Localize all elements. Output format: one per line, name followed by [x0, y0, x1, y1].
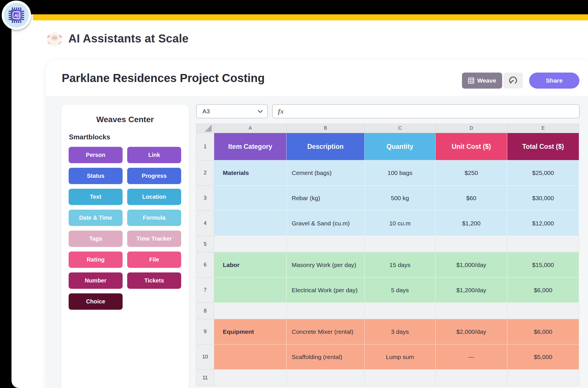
table-cell[interactable]: Masonry Work (per day) [287, 252, 365, 278]
table-cell[interactable]: 15 days [365, 252, 436, 278]
table-cell[interactable]: Equipment [214, 319, 287, 344]
table-cell[interactable] [507, 370, 579, 386]
smartblock-text[interactable]: Text [69, 189, 123, 205]
cell-name-box[interactable]: A3 [196, 104, 268, 118]
table-cell[interactable] [507, 303, 579, 319]
smartblock-formula[interactable]: Formula [127, 210, 181, 226]
table-cell[interactable]: $25,000 [507, 160, 579, 186]
table-cell[interactable] [507, 236, 579, 252]
column-header-a[interactable]: A [214, 123, 287, 133]
smartblock-date-time[interactable]: Date & Time [69, 210, 123, 226]
weaves-center-panel: Weaves Center Smartblocks PersonLinkStat… [61, 105, 189, 388]
table-header-cell[interactable]: Quantity [365, 133, 436, 160]
table-cell[interactable] [436, 303, 507, 319]
table-cell[interactable] [214, 236, 287, 252]
smartblock-file[interactable]: File [127, 251, 181, 268]
table-header-cell[interactable]: Total Cost ($) [507, 133, 579, 160]
table-cell[interactable]: $12,000 [507, 211, 579, 236]
row-number[interactable]: 5 [196, 236, 214, 252]
row-number[interactable]: 7 [196, 278, 214, 303]
ai-chip-icon: AI [8, 7, 25, 24]
row-number[interactable]: 2 [196, 160, 214, 186]
column-header-d[interactable]: D [436, 123, 507, 133]
chevron-down-icon [258, 110, 263, 113]
table-cell[interactable]: Gravel & Sand (cu.m) [287, 211, 365, 236]
smartblock-tags[interactable]: Tags [69, 231, 123, 247]
table-cell[interactable]: Rebar (kg) [287, 186, 365, 211]
smartblock-tickets[interactable]: Tickets [127, 272, 181, 289]
table-cell[interactable]: $6,000 [507, 278, 579, 303]
table-cell[interactable]: 500 kg [365, 186, 436, 211]
table-cell[interactable] [365, 303, 436, 319]
table-header-cell[interactable]: Item Category [214, 133, 287, 160]
row-number[interactable]: 6 [196, 252, 214, 278]
table-cell[interactable] [214, 186, 287, 211]
table-cell[interactable] [365, 236, 436, 252]
table-cell[interactable] [214, 303, 287, 319]
smartblock-status[interactable]: Status [69, 168, 123, 184]
row-number[interactable]: 11 [196, 370, 214, 386]
spreadsheet-grid: ABCDE1Item CategoryDescriptionQuantityUn… [196, 123, 579, 386]
row-number[interactable]: 9 [196, 319, 214, 344]
smartblock-choice[interactable]: Choice [69, 293, 123, 310]
table-cell[interactable]: Concrete Mixer (rental) [287, 319, 365, 344]
table-cell[interactable] [287, 370, 365, 386]
row-number[interactable]: 8 [196, 303, 214, 319]
row-number[interactable]: 3 [196, 186, 214, 211]
table-cell[interactable]: $1,200 [436, 211, 507, 236]
table-cell[interactable]: $1,200/day [436, 278, 507, 303]
row-number[interactable]: 1 [196, 133, 214, 160]
table-cell[interactable] [436, 370, 507, 386]
table-cell[interactable] [436, 236, 507, 252]
table-cell[interactable]: Materials [214, 160, 287, 186]
table-cell[interactable]: $15,000 [507, 252, 579, 278]
share-button[interactable]: Share [529, 73, 579, 89]
table-cell[interactable]: Labor [214, 252, 287, 278]
smartblock-link[interactable]: Link [127, 147, 181, 163]
table-cell[interactable]: --- [436, 344, 507, 370]
row-number[interactable]: 4 [196, 211, 214, 236]
table-cell[interactable] [214, 278, 287, 303]
formula-bar[interactable]: fx [272, 104, 580, 118]
svg-text:AI: AI [14, 13, 19, 18]
smartblock-number[interactable]: Number [69, 272, 123, 289]
table-cell[interactable]: $2,000/day [436, 319, 507, 344]
weaves-center-title: Weaves Center [61, 115, 189, 124]
table-cell[interactable] [287, 303, 365, 319]
table-cell[interactable] [214, 344, 287, 370]
column-header-c[interactable]: C [365, 123, 436, 133]
table-cell[interactable]: Scaffolding (rental) [287, 344, 365, 370]
table-cell[interactable]: $5,000 [507, 344, 579, 370]
table-cell[interactable]: Electrical Work (per day) [287, 278, 365, 303]
table-cell[interactable]: 5 days [365, 278, 436, 303]
table-cell[interactable]: 3 days [365, 319, 436, 344]
table-cell[interactable] [214, 211, 287, 236]
row-number[interactable]: 10 [196, 344, 214, 370]
table-header-cell[interactable]: Description [287, 133, 365, 160]
table-cell[interactable]: Lump sum [365, 344, 436, 370]
table-header-cell[interactable]: Unit Cost ($) [436, 133, 507, 160]
smartblock-progress[interactable]: Progress [127, 168, 181, 184]
smartblock-time-tracker[interactable]: Time Tracker [127, 231, 181, 247]
weave-button-label: Weave [477, 77, 496, 84]
table-cell[interactable] [365, 370, 436, 386]
table-cell[interactable]: Cement (bags) [287, 160, 365, 186]
table-cell[interactable]: $60 [436, 186, 507, 211]
table-cell[interactable]: 100 bags [365, 160, 436, 186]
table-cell[interactable] [287, 236, 365, 252]
smartblock-location[interactable]: Location [127, 189, 181, 205]
column-header-e[interactable]: E [507, 123, 579, 133]
table-cell[interactable]: 10 cu.m [365, 211, 436, 236]
weave-button[interactable]: Weave [462, 73, 502, 89]
table-cell[interactable]: $1,000/day [436, 252, 507, 278]
table-cell[interactable]: $30,000 [507, 186, 579, 211]
screenshot-stage: AI AI Assistants at Scale Parklane R [0, 0, 588, 388]
select-all-corner[interactable] [196, 123, 214, 133]
gauge-button[interactable] [503, 73, 523, 89]
smartblock-person[interactable]: Person [69, 147, 123, 163]
smartblock-rating[interactable]: Rating [69, 251, 123, 268]
table-cell[interactable] [214, 370, 287, 386]
table-cell[interactable]: $250 [436, 160, 507, 186]
column-header-b[interactable]: B [287, 123, 365, 133]
table-cell[interactable]: $6,000 [507, 319, 579, 344]
